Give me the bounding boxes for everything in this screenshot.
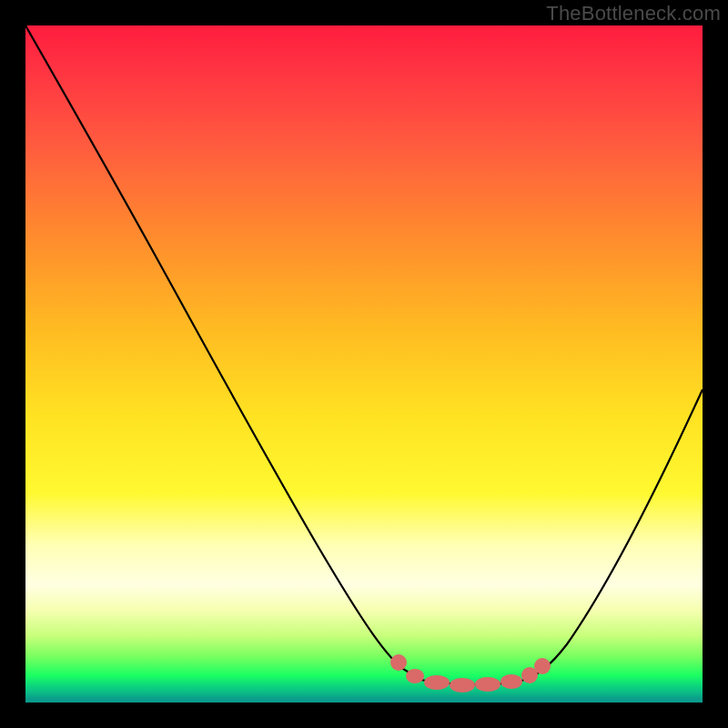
svg-point-5: [500, 674, 522, 689]
plot-area: [25, 25, 703, 703]
svg-point-7: [534, 658, 551, 674]
svg-point-4: [475, 677, 500, 692]
bottleneck-curve: [25, 25, 703, 684]
svg-point-0: [390, 654, 407, 671]
watermark-text: TheBottleneck.com: [546, 2, 721, 25]
curve-svg: [25, 25, 703, 703]
highlight-dots: [390, 654, 551, 693]
chart-frame: TheBottleneck.com: [0, 0, 728, 728]
svg-point-3: [450, 678, 475, 693]
svg-point-1: [406, 669, 424, 683]
svg-point-2: [424, 675, 450, 690]
